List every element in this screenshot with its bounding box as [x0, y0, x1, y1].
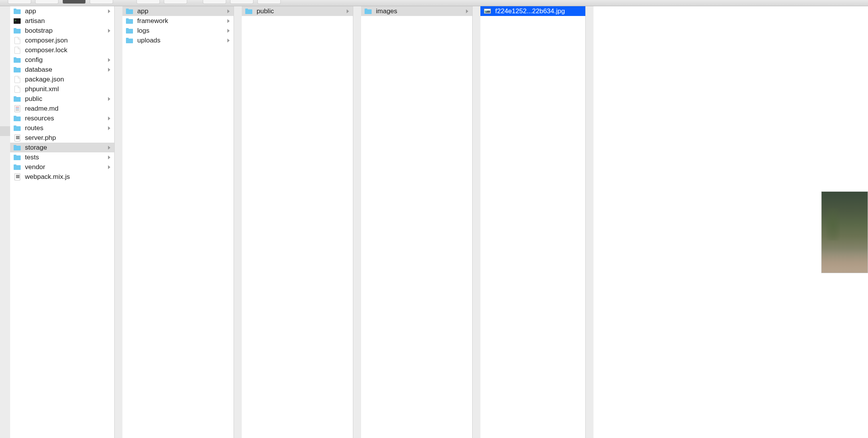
chevron-right-icon [227, 39, 230, 42]
file-row[interactable]: composer.lock [10, 45, 114, 55]
column-resize-handle[interactable] [353, 6, 361, 438]
chevron-right-icon [107, 97, 111, 101]
file-row[interactable]: composer.json [10, 35, 114, 45]
sidebar-highlight [0, 126, 10, 136]
file-row[interactable]: app [10, 6, 114, 16]
file-name-label: uploads [137, 37, 227, 44]
file-name-label: bootstrap [25, 27, 107, 35]
column-public[interactable]: images [361, 6, 473, 438]
toolbar-button[interactable] [257, 0, 281, 4]
toolbar-button-active[interactable] [62, 0, 86, 4]
file-row[interactable]: app [122, 6, 234, 16]
file-row[interactable]: resources [10, 113, 114, 123]
toolbar-button[interactable] [90, 0, 113, 4]
file-name-label: app [25, 7, 107, 15]
chevron-right-icon [107, 165, 111, 169]
file-name-label: server.php [25, 134, 111, 142]
toolbar-button[interactable] [203, 0, 226, 4]
chevron-right-icon [107, 9, 111, 13]
folder-icon [13, 66, 21, 74]
file-name-label: vendor [25, 163, 107, 171]
folder-icon [126, 17, 133, 25]
document-icon [13, 105, 21, 113]
chevron-right-icon [107, 29, 111, 33]
file-name-label: artisan [25, 17, 111, 25]
file-row[interactable]: routes [10, 123, 114, 133]
file-name-label: logs [137, 27, 227, 35]
finder-column-view: appartisanbootstrapcomposer.jsoncomposer… [0, 6, 868, 438]
folder-icon [13, 7, 21, 15]
file-name-label: package.json [25, 76, 111, 83]
file-row[interactable]: public [10, 94, 114, 104]
column-root[interactable]: appartisanbootstrapcomposer.jsoncomposer… [10, 6, 115, 438]
file-icon [13, 76, 21, 83]
file-row[interactable]: server.php [10, 133, 114, 143]
folder-icon [126, 37, 133, 44]
file-row[interactable]: config [10, 55, 114, 65]
file-row[interactable]: public [242, 6, 353, 16]
file-name-label: composer.lock [25, 46, 111, 54]
toolbar-button[interactable] [8, 0, 31, 4]
toolbar-button[interactable] [136, 0, 160, 4]
column-resize-handle[interactable] [473, 6, 480, 438]
folder-icon [13, 95, 21, 103]
chevron-right-icon [227, 29, 230, 33]
chevron-right-icon [107, 58, 111, 62]
file-name-label: phpunit.xml [25, 85, 111, 93]
file-name-label: composer.json [25, 37, 111, 44]
file-row[interactable]: database [10, 65, 114, 74]
file-name-label: framework [137, 17, 227, 25]
folder-icon [13, 115, 21, 122]
file-row[interactable]: uploads [122, 35, 234, 45]
file-row[interactable]: tests [10, 152, 114, 162]
chevron-right-icon [107, 126, 111, 130]
code-file-icon [13, 134, 21, 142]
file-row[interactable]: images [361, 6, 472, 16]
file-row[interactable]: package.json [10, 74, 114, 84]
file-name-label: app [137, 7, 227, 15]
preview-column [593, 6, 868, 438]
toolbar-button[interactable] [35, 0, 58, 4]
column-resize-handle[interactable] [586, 6, 593, 438]
folder-icon [13, 154, 21, 161]
toolbar-button[interactable] [164, 0, 187, 4]
file-row[interactable]: artisan [10, 16, 114, 26]
folder-icon [13, 163, 21, 171]
file-row[interactable]: vendor [10, 162, 114, 172]
folder-icon [364, 7, 372, 15]
terminal-icon [13, 17, 21, 25]
file-name-label: routes [25, 124, 107, 132]
chevron-right-icon [107, 68, 111, 72]
chevron-right-icon [227, 19, 230, 23]
folder-icon [13, 27, 21, 35]
column-storage[interactable]: appframeworklogsuploads [122, 6, 234, 438]
column-app[interactable]: public [242, 6, 353, 438]
file-icon [13, 85, 21, 93]
file-row[interactable]: logs [122, 26, 234, 35]
folder-icon [13, 56, 21, 64]
toolbar-button[interactable] [230, 0, 253, 4]
file-row[interactable]: readme.md [10, 104, 114, 113]
toolbar-strip [0, 0, 868, 6]
code-file-icon [13, 173, 21, 181]
column-resize-handle[interactable] [234, 6, 242, 438]
file-icon [13, 37, 21, 44]
chevron-right-icon [227, 9, 230, 13]
file-name-label: database [25, 66, 107, 74]
file-name-label: readme.md [25, 105, 111, 113]
chevron-right-icon [346, 9, 350, 13]
folder-icon [13, 124, 21, 132]
file-row[interactable]: phpunit.xml [10, 84, 114, 94]
column-images[interactable]: f224e1252...22b634.jpg [480, 6, 586, 438]
file-row[interactable]: storage [10, 143, 114, 152]
file-row[interactable]: bootstrap [10, 26, 114, 35]
file-name-label: images [376, 7, 465, 15]
file-row[interactable]: webpack.mix.js [10, 172, 114, 182]
column-resize-handle[interactable] [115, 6, 122, 438]
file-name-label: webpack.mix.js [25, 173, 111, 181]
preview-thumbnail[interactable] [821, 191, 868, 273]
file-row[interactable]: f224e1252...22b634.jpg [480, 6, 585, 16]
chevron-right-icon [107, 155, 111, 159]
file-row[interactable]: framework [122, 16, 234, 26]
sidebar-gap [0, 6, 10, 438]
